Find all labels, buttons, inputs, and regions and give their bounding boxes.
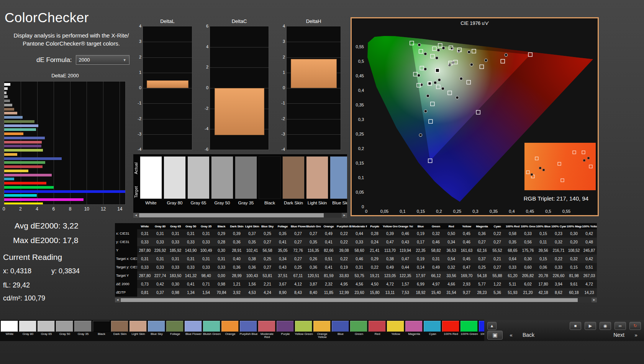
continuous-measure-button[interactable]: ∞ — [615, 322, 626, 330]
table-cell: 61,20 — [505, 271, 520, 280]
next-button[interactable]: Next — [610, 332, 628, 338]
patch-button-purple[interactable]: Purple — [276, 320, 295, 339]
patch-button-orange-yellow[interactable]: Orange Yellow — [313, 320, 331, 339]
de-bar-blue — [4, 157, 62, 160]
display-button[interactable]: ▣ — [487, 331, 503, 340]
patch-button-100-red[interactable]: 100% Red — [442, 320, 460, 339]
measured-point-moderate-red — [470, 63, 473, 66]
table-cell: 116,35 — [306, 246, 321, 255]
patch-button-bluish-green[interactable]: Bluish Green — [203, 320, 221, 339]
next-chevrons-button[interactable]: » — [631, 331, 641, 339]
swatch-color — [259, 156, 281, 199]
x-tick-label: 6 — [52, 206, 55, 212]
scrollbar-track[interactable] — [120, 298, 592, 302]
swatch-label: Black — [259, 201, 281, 205]
table-cell: 267,03 — [582, 271, 597, 280]
scroll-left-icon[interactable]: ◄ — [133, 213, 139, 218]
patch-button-cyan[interactable]: Cyan — [423, 320, 442, 339]
table-cell: 37,51 — [275, 271, 290, 280]
strip-swatch-black: Black — [259, 156, 281, 207]
de-formula-label: dE Formula: — [36, 56, 72, 64]
patch-label: Light Skin — [129, 333, 147, 339]
stop-button[interactable]: ■ — [570, 322, 581, 330]
table-cell: 8,43 — [290, 288, 306, 297]
patch-button-blue[interactable]: Blue — [331, 320, 350, 339]
table-cell: 0,49 — [321, 229, 336, 238]
measurement-table-wrap: WhiteGray 80Gray 65Gray 50Gray 35BlackDa… — [115, 223, 597, 302]
table-cell: 0,73 — [137, 280, 152, 288]
x-tick-label: 0,35 — [490, 209, 498, 214]
patch-button-yellow[interactable]: Yellow — [387, 320, 405, 339]
table-cell: 0,44 — [352, 229, 367, 238]
table-cell: 58,60 — [352, 246, 367, 255]
play-button[interactable]: ▶ — [585, 322, 596, 330]
strip-scrollbar[interactable]: ◄ ► — [133, 213, 347, 218]
table-scrollbar[interactable]: ◄ ► — [115, 298, 597, 302]
refresh-button[interactable]: ↻ — [629, 322, 641, 330]
record-button[interactable]: ◉ — [600, 322, 611, 330]
patch-button-red[interactable]: Red — [368, 320, 387, 339]
back-chevrons-button[interactable]: « — [506, 331, 516, 339]
de-bar-gray-80 — [4, 87, 8, 90]
patch-button-moderate-red[interactable]: Moderate Red — [258, 320, 276, 339]
mini-chart-deltah: DeltaH43210-1-2-3-4 — [279, 18, 341, 153]
patch-button-black[interactable]: Black — [92, 320, 111, 339]
patch-button-dark-skin[interactable]: Dark Skin — [111, 320, 129, 339]
swatch-color — [306, 156, 328, 199]
table-cell: 0,00 — [214, 271, 229, 280]
scroll-right-icon[interactable]: ► — [592, 298, 597, 302]
patch-color — [166, 321, 184, 332]
patch-button-blue-sky[interactable]: Blue Sky — [147, 320, 166, 339]
patch-button-purplish-blue[interactable]: Purplish Blue — [239, 320, 258, 339]
table-cell: 6,02 — [520, 280, 536, 288]
table-cell: 9,27 — [459, 288, 474, 297]
eject-button[interactable]: ▲ — [487, 322, 497, 330]
patch-button-gray-35[interactable]: Gray 35 — [74, 320, 92, 339]
measured-point-100-magenta — [456, 96, 459, 99]
patch-button-gray-65[interactable]: Gray 65 — [37, 320, 56, 339]
stats-block: Avg dE2000: 3,22 Max dE2000: 17,8 Curren… — [0, 217, 114, 309]
table-cell: 4,66 — [444, 280, 459, 288]
scroll-left-icon[interactable]: ◄ — [115, 298, 120, 302]
patch-button-green[interactable]: Green — [350, 320, 368, 339]
scrollbar-thumb[interactable] — [139, 213, 324, 217]
table-cell: 185,92 — [168, 246, 183, 255]
patch-button-foliage[interactable]: Foliage — [166, 320, 184, 339]
back-button[interactable]: Back — [519, 332, 537, 338]
play-icon: ▶ — [589, 323, 592, 328]
table-cell: 0,45 — [459, 255, 474, 263]
patch-color — [240, 321, 257, 332]
y-tick-label: 0 — [279, 85, 285, 90]
patch-button-orange[interactable]: Orange — [221, 320, 239, 339]
chevron-down-icon: ▼ — [123, 58, 126, 62]
de-bar-moderate-red — [4, 141, 42, 144]
patch-label: Gray 65 — [37, 333, 56, 339]
patch-button-magenta[interactable]: Magenta — [405, 320, 423, 339]
scrollbar-track[interactable] — [139, 213, 342, 218]
table-cell: 9,61 — [566, 280, 582, 288]
deltae2000-chart: DeltaE 2000 02468101214 — [3, 73, 127, 218]
patch-color — [221, 321, 239, 332]
scroll-right-icon[interactable]: ► — [342, 213, 347, 218]
patch-button-white[interactable]: White — [0, 320, 19, 339]
column-header-gray-80: Gray 80 — [152, 223, 168, 229]
de-formula-dropdown[interactable]: 2000 ▼ — [76, 55, 129, 65]
patch-button-blue-flower[interactable]: Blue Flower — [184, 320, 203, 339]
eject-icon: ▲ — [490, 323, 494, 328]
de-bar-gray-50 — [4, 95, 8, 98]
patch-button-yellow-green[interactable]: Yellow Green — [295, 320, 313, 339]
y-tick-label: -4 — [202, 126, 208, 131]
table-cell: 0,33 — [551, 263, 566, 271]
table-cell: 81,98 — [566, 271, 582, 280]
table-cell: 0,20 — [566, 238, 582, 246]
patch-button-light-skin[interactable]: Light Skin — [129, 320, 147, 339]
patch-label: Orange Yellow — [313, 333, 331, 339]
table-cell: 1,34 — [183, 288, 198, 297]
patch-color — [148, 321, 165, 332]
table-cell: 0,19 — [413, 255, 428, 263]
table-cell: 0,36 — [229, 263, 244, 271]
patch-button-gray-80[interactable]: Gray 80 — [19, 320, 37, 339]
scrollbar-thumb[interactable] — [121, 298, 578, 302]
patch-button-gray-50[interactable]: Gray 50 — [56, 320, 74, 339]
patch-button-100-green[interactable]: 100% Green — [460, 320, 478, 339]
